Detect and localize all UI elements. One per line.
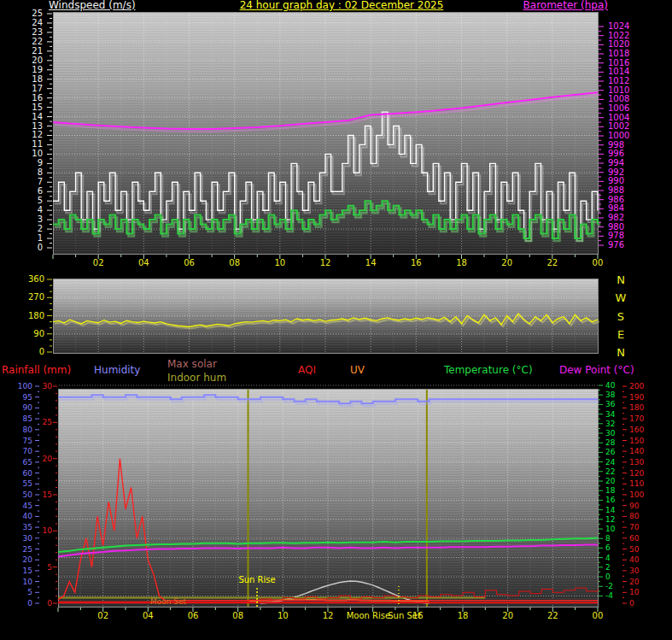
windspeed-tick-label: 23 [32,27,43,37]
temp-tick-label: 4 [605,554,611,562]
x-top-label: 22 [546,258,558,267]
aqi-tick-label: 130 [629,458,644,467]
x-top-label: 18 [456,258,467,267]
x-top-label: 14 [365,258,377,267]
barometer-tick-label: 980 [608,222,624,232]
windspeed-tick-label: 3 [38,214,43,224]
rain-tick-label: 20 [43,455,53,463]
humidity-tick-label: 45 [23,502,32,510]
weather-display-24h-graph: Windspeed (m/s) 24 hour graph day : 02 D… [0,0,672,640]
barometer-tick-label: 1014 [608,67,629,76]
barometer-tick-label: 984 [608,203,624,213]
moon-set-annotation: Moon Set [150,597,187,606]
humidity-tick-label: 55 [23,479,32,488]
x-bottom-label: 02 [97,611,108,620]
temp-tick-label: 30 [605,429,616,437]
barometer-tick-label: 1024 [608,21,629,31]
windspeed-tick-label: 19 [32,65,43,74]
compass-label: N [616,273,625,286]
temp-tick-label: 22 [605,467,615,476]
windspeed-tick-label: 2 [38,224,43,233]
x-bottom-label: 08 [232,611,243,620]
windspeed-tick-label: 18 [32,74,43,84]
temp-tick-label: 38 [605,390,616,399]
windspeed-tick-label: 15 [32,103,43,112]
humidity-tick-label: 40 [23,512,33,520]
compass-label: N [616,346,625,359]
temp-tick-label: 6 [605,543,611,552]
humidity-tick-label: 5 [27,588,32,596]
windspeed-tick-label: 16 [32,93,43,103]
x-top-label: 04 [138,258,149,267]
barometer-tick-label: 982 [608,213,624,222]
x-bottom-label: Moon Rise [347,611,390,620]
humidity-tick-label: 50 [23,490,33,499]
aqi-tick-label: 180 [629,403,644,412]
aqi-tick-label: 100 [629,490,644,499]
windspeed-tick-label: 20 [32,56,43,65]
x-bottom-label: 12 [323,611,334,620]
humidity-tick-label: 35 [23,523,32,531]
aqi-tick-label: 200 [629,382,644,390]
barometer-tick-label: 1002 [608,121,629,131]
temp-tick-label: 40 [605,381,616,390]
barometer-tick-label: 1018 [608,49,629,58]
barometer-tick-label: 992 [608,167,624,177]
barometer-tick-label: 994 [608,158,624,167]
barometer-tick-label: 988 [608,185,624,195]
x-bottom-label: 18 [458,611,469,620]
rain-tick-label: 15 [43,490,52,499]
x-bottom-label: 04 [143,611,154,620]
wind-dir-tick-label: 180 [28,311,44,320]
barometer-tick-label: 1020 [608,39,629,49]
wind-dir-tick-label: 0 [39,347,44,356]
x-bottom-label: 00 [593,611,604,620]
humidity-tick-label: 10 [23,578,33,586]
aqi-tick-label: 60 [629,534,640,543]
x-bottom-label: 06 [188,611,199,620]
wind-dir-tick-label: 360 [28,274,44,284]
humidity-tick-label: 25 [23,545,32,554]
x-bottom-label: 10 [278,611,289,620]
barometer-tick-label: 1010 [608,85,629,95]
temp-tick-label: 12 [605,515,615,524]
humidity-tick-label: 65 [23,458,32,467]
temp-tick-label: 18 [605,486,616,495]
humidity-tick-label: 95 [23,393,32,402]
barometer-tick-label: 1008 [608,94,629,103]
aqi-tick-label: 0 [629,599,634,608]
aqi-tick-label: 20 [629,578,640,586]
x-top-label: 06 [184,258,195,267]
aqi-tick-label: 40 [629,555,640,564]
rain-tick-label: 10 [43,526,53,535]
humidity-tick-label: 30 [23,534,33,543]
windspeed-tick-label: 13 [32,121,43,131]
temp-tick-label: -2 [605,582,613,590]
aqi-tick-label: 120 [629,469,644,478]
barometer-tick-label: 998 [608,140,624,150]
aqi-tick-label: 50 [629,545,640,554]
windspeed-tick-label: 0 [38,243,43,252]
humidity-tick-label: 60 [23,469,33,478]
humidity-tick-label: 20 [23,555,33,564]
windspeed-tick-label: 8 [38,167,43,177]
windspeed-tick-label: 22 [32,37,43,46]
barometer-tick-label: 1006 [608,103,629,113]
humidity-tick-label: 100 [18,382,32,390]
humidity-tick-label: 15 [23,567,32,575]
windspeed-tick-label: 6 [38,186,43,196]
aqi-tick-label: 190 [629,393,644,402]
temp-tick-label: 16 [605,496,616,504]
x-top-label: 10 [274,258,285,267]
humidity-tick-label: 0 [27,599,32,608]
wind-dir-tick-label: 90 [33,329,44,338]
aqi-tick-label: 140 [629,447,644,455]
temp-tick-label: 28 [605,438,616,447]
temp-tick-label: 32 [605,420,615,428]
aqi-tick-label: 90 [629,502,640,510]
temp-tick-label: -4 [605,591,613,600]
temp-tick-label: 36 [605,400,616,408]
temp-tick-label: 24 [605,458,616,467]
temp-tick-label: 8 [605,534,611,543]
temp-tick-label: 10 [605,525,616,533]
